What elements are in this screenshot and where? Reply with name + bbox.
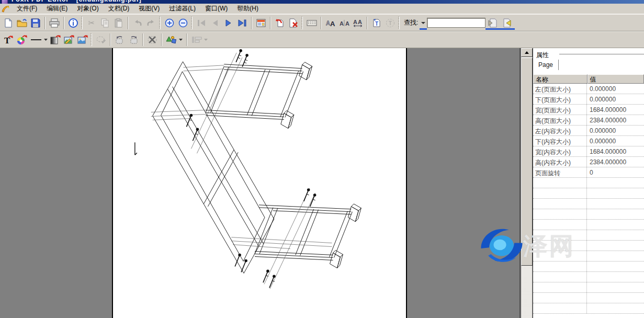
print-button[interactable] xyxy=(48,16,61,30)
pdf-page[interactable] xyxy=(112,48,407,318)
add-text-icon: T xyxy=(3,35,14,45)
property-value[interactable]: 0 xyxy=(587,167,644,177)
menu-view[interactable]: 视图(V) xyxy=(134,3,164,14)
frame-assembly-drawing xyxy=(113,48,406,318)
toolbar-separator xyxy=(142,33,143,46)
property-row[interactable]: 高(页面大小) 2384.000000 xyxy=(533,115,644,126)
keyboard-icon xyxy=(307,19,317,27)
replace-font-button[interactable]: A A xyxy=(324,16,337,30)
property-row-empty xyxy=(533,293,644,303)
vertical-scrollbar[interactable] xyxy=(521,48,532,318)
property-row[interactable]: 宽(页面大小) 1684.000000 xyxy=(533,105,644,115)
rotate-object-right-button[interactable] xyxy=(127,33,140,47)
property-name: 宽(内容大小) xyxy=(533,146,587,156)
property-row[interactable]: 左(内容大小) 0.000000 xyxy=(533,126,644,136)
page-display-settings-button[interactable] xyxy=(254,16,268,30)
svg-text:A: A xyxy=(353,19,357,25)
property-row-empty xyxy=(533,188,644,199)
paste-button[interactable] xyxy=(112,16,126,30)
column-header-name[interactable]: 名称 xyxy=(533,74,587,84)
add-shading-tool-button[interactable] xyxy=(49,33,62,47)
find-previous-button[interactable] xyxy=(485,18,500,28)
find-next-button[interactable] xyxy=(500,18,515,28)
redo-button[interactable] xyxy=(144,16,158,30)
find-next-icon xyxy=(502,18,513,28)
cut-button[interactable]: ✂ xyxy=(85,16,98,30)
character-width-button[interactable]: A A xyxy=(351,16,365,30)
property-value[interactable]: 0.000000 xyxy=(587,126,644,135)
menu-edit[interactable]: 编辑(E) xyxy=(42,3,72,14)
delete-object-button[interactable] xyxy=(145,33,159,47)
property-row[interactable]: 左(页面大小) 0.000000 xyxy=(533,84,644,94)
narrow-characters-button[interactable]: A A xyxy=(337,16,351,30)
property-value[interactable]: 2384.000000 xyxy=(587,115,644,125)
property-row-empty xyxy=(533,241,644,251)
first-page-button[interactable] xyxy=(195,16,208,30)
property-row-empty xyxy=(533,230,644,241)
open-file-button[interactable] xyxy=(15,16,29,30)
property-value[interactable]: 0.000000 xyxy=(587,136,644,146)
toolbar-grip[interactable] xyxy=(81,17,83,29)
property-row-empty xyxy=(533,303,644,314)
property-row[interactable]: 宽(内容大小) 1684.000000 xyxy=(533,146,644,157)
scrollbar-thumb[interactable] xyxy=(521,58,533,266)
property-name: 宽(页面大小) xyxy=(533,105,587,115)
chevron-down-icon xyxy=(421,22,425,24)
tab-page[interactable]: Page xyxy=(535,60,559,70)
toolbar-grip[interactable] xyxy=(301,17,303,29)
text-circle-button[interactable]: T xyxy=(383,16,397,30)
toolbar-grip[interactable] xyxy=(398,17,400,29)
add-text-tool-button[interactable]: T xyxy=(2,33,15,47)
add-image-tool-button[interactable] xyxy=(76,33,89,47)
toolbar-grip[interactable] xyxy=(191,17,193,29)
save-button[interactable] xyxy=(29,16,42,30)
line-style-tool-button[interactable] xyxy=(29,33,49,47)
delete-object-icon xyxy=(148,36,157,44)
document-canvas[interactable]: 属性 Page 名称 值 左(页面大小) 0.000000 下(页面大小) 0.… xyxy=(0,48,644,318)
toolbar-grip[interactable] xyxy=(159,17,161,29)
keyboard-button[interactable] xyxy=(305,16,319,30)
property-row[interactable]: 下(页面大小) 0.000000 xyxy=(533,94,644,105)
import-page-button[interactable] xyxy=(273,16,287,30)
edit-image-tool-button[interactable] xyxy=(62,33,76,47)
property-row[interactable]: 下(内容大小) 0.000000 xyxy=(533,136,644,146)
property-value[interactable]: 0.000000 xyxy=(587,84,644,94)
toolbar-separator xyxy=(161,33,162,46)
undo-button[interactable] xyxy=(131,16,144,30)
align-tools-button[interactable] xyxy=(189,33,209,47)
zoom-out-button[interactable] xyxy=(176,16,190,30)
toolbar-separator xyxy=(128,17,129,29)
property-value[interactable]: 1684.000000 xyxy=(587,146,644,156)
property-row[interactable]: 高(内容大小) 2384.000000 xyxy=(533,157,644,167)
scroll-up-button[interactable] xyxy=(521,48,533,57)
menu-object[interactable]: 对象(O) xyxy=(72,3,103,14)
next-page-button[interactable] xyxy=(222,16,235,30)
menu-document[interactable]: 文档(D) xyxy=(104,3,134,14)
zoom-in-button[interactable] xyxy=(163,16,176,30)
find-input[interactable] xyxy=(427,18,485,28)
property-value[interactable]: 2384.000000 xyxy=(587,157,644,167)
add-text-object-button[interactable]: T xyxy=(370,16,383,30)
copy-button[interactable] xyxy=(98,16,112,30)
menu-file[interactable]: 文件(F) xyxy=(12,3,42,14)
property-value[interactable]: 0.000000 xyxy=(587,94,644,104)
svg-text:A: A xyxy=(340,20,344,27)
last-page-button[interactable] xyxy=(235,16,249,30)
object-tools-button[interactable] xyxy=(164,33,184,47)
smart-select-tool-button[interactable] xyxy=(94,33,108,47)
property-value[interactable]: 1684.000000 xyxy=(587,105,644,115)
menu-help[interactable]: 帮助(H) xyxy=(232,3,263,14)
menu-window[interactable]: 窗口(W) xyxy=(200,3,232,14)
new-document-button[interactable] xyxy=(2,16,15,30)
column-header-value[interactable]: 值 xyxy=(587,74,644,84)
delete-page-button[interactable] xyxy=(287,16,300,30)
property-row-empty xyxy=(533,178,644,188)
menu-filter[interactable]: 过滤器(L) xyxy=(164,3,200,14)
rotate-object-left-button[interactable] xyxy=(113,33,127,47)
add-color-tool-button[interactable] xyxy=(15,33,29,47)
property-row[interactable]: 页面旋转 0 xyxy=(533,167,644,178)
document-info-button[interactable] xyxy=(66,16,80,30)
find-options-dropdown[interactable] xyxy=(420,18,427,28)
toolbar-grip[interactable] xyxy=(91,33,92,46)
previous-page-button[interactable] xyxy=(208,16,222,30)
